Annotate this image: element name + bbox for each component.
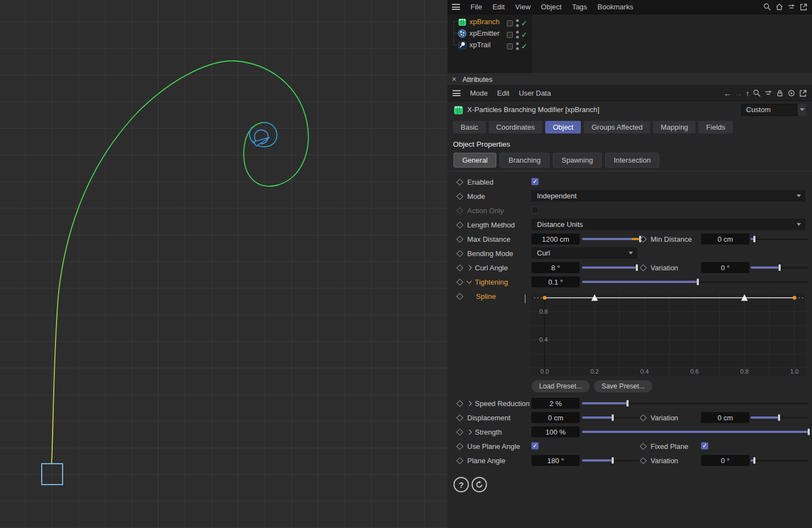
spline-endpoint[interactable] [793,296,797,300]
back-arrow-icon[interactable]: ← [724,90,731,97]
chevron-right-icon[interactable] [467,265,472,270]
min-distance-input[interactable]: 0 cm [701,234,749,244]
object-row-xptrail[interactable]: xpTrail ✓ [447,39,531,51]
chevron-right-icon[interactable] [525,294,525,303]
chevron-down-icon[interactable] [798,104,806,116]
subtab-spawning[interactable]: Spawning [553,153,602,168]
filter-icon[interactable] [764,89,772,97]
visibility-dots-icon[interactable] [516,42,519,50]
close-icon[interactable]: × [452,75,456,83]
load-preset-button[interactable]: Load Preset... [531,380,590,392]
curl-angle-slider[interactable] [582,260,645,275]
chevron-right-icon[interactable] [467,429,472,435]
plane-angle-input[interactable]: 180 ° [531,455,580,466]
displacement-slider[interactable] [582,410,645,425]
menu-edit[interactable]: Edit [492,3,505,11]
menu-bookmarks[interactable]: Bookmarks [597,3,633,11]
attr-menu-mode[interactable]: Mode [470,89,488,97]
forward-arrow-icon[interactable]: → [735,90,742,97]
spline-endpoint[interactable] [543,296,547,300]
tightening-slider[interactable] [582,275,809,289]
search-icon[interactable] [763,3,771,11]
object-name[interactable]: xpEmitter [469,29,500,37]
help-icon[interactable]: ? [453,477,469,492]
svg-text:1.0: 1.0 [790,368,798,375]
bending-mode-dropdown[interactable]: Curl [531,247,637,259]
subtab-intersection[interactable]: Intersection [605,153,659,168]
edit-toggle-icon[interactable] [507,43,513,49]
preset-dropdown[interactable]: Custom [741,104,806,116]
filter-icon[interactable] [787,3,796,11]
tab-object[interactable]: Object [545,121,581,134]
plane-angle-slider[interactable] [582,453,645,468]
object-name[interactable]: xpTrail [469,41,491,49]
up-arrow-icon[interactable]: ↑ [746,90,749,97]
enabled-check-icon[interactable]: ✓ [521,31,528,38]
action-only-checkbox[interactable] [531,207,539,214]
enabled-check-icon[interactable]: ✓ [521,42,528,50]
menu-file[interactable]: File [471,3,482,11]
track-target-icon[interactable] [787,89,796,97]
fixed-plane-checkbox[interactable]: ✓ [701,442,708,449]
enabled-checkbox[interactable]: ✓ [531,178,539,185]
edit-toggle-icon[interactable] [507,32,513,38]
menu-view[interactable]: View [515,3,530,11]
use-plane-angle-checkbox[interactable]: ✓ [531,442,539,449]
speed-reduction-slider[interactable] [582,396,809,410]
tightening-input[interactable]: 0.1 ° [531,276,580,287]
menu-object[interactable]: Object [541,3,562,11]
object-row-xpemitter[interactable]: xpEmitter ✓ [447,27,531,39]
strength-input[interactable]: 100 % [531,426,580,437]
chevron-down-icon[interactable] [467,279,472,284]
chevron-right-icon[interactable] [467,401,472,406]
max-distance-slider[interactable] [582,232,645,246]
min-distance-slider[interactable] [751,232,809,246]
svg-text:0.0: 0.0 [540,368,548,375]
displacement-input[interactable]: 0 cm [531,412,580,423]
save-preset-button[interactable]: Save Preset... [594,380,653,392]
param-row-bending-mode: Bending Mode Curl [447,246,812,260]
tab-fields[interactable]: Fields [698,121,733,134]
attr-menu-edit[interactable]: Edit [497,89,509,97]
strength-slider[interactable] [582,425,809,439]
enabled-check-icon[interactable]: ✓ [521,19,528,27]
curl-variation-input[interactable]: 0 ° [701,262,749,273]
lock-icon[interactable] [776,89,784,97]
right-panel: File Edit View Object Tags Bookmarks x [447,0,812,528]
search-icon[interactable] [753,89,761,97]
speed-reduction-input[interactable]: 2 % [531,398,580,409]
menu-tags[interactable]: Tags [572,3,587,11]
emitter-square[interactable] [42,464,63,485]
length-method-dropdown[interactable]: Distance Units [531,219,805,230]
plane-variation-input[interactable]: 0 ° [701,455,749,466]
new-window-icon[interactable] [799,89,807,97]
reset-icon[interactable] [472,477,487,492]
displacement-variation-input[interactable]: 0 cm [701,412,749,423]
subtab-branching[interactable]: Branching [500,153,550,168]
tab-mapping[interactable]: Mapping [653,121,696,134]
object-row-xpbranch[interactable]: xpBranch ✓ [447,16,531,27]
viewport[interactable] [0,0,447,528]
home-icon[interactable] [775,3,783,11]
attr-menu-userdata[interactable]: User Data [519,89,551,97]
subtab-general[interactable]: General [453,153,496,168]
plane-variation-slider[interactable] [751,453,809,468]
hamburger-menu-icon[interactable] [452,4,460,10]
displacement-variation-slider[interactable] [751,410,809,425]
edit-toggle-icon[interactable] [507,20,513,26]
curl-variation-slider[interactable] [751,260,809,275]
hamburger-menu-icon[interactable] [452,90,461,96]
max-distance-input[interactable]: 1200 cm [531,234,580,244]
curl-angle-input[interactable]: 8 ° [531,262,580,273]
tab-groups-affected[interactable]: Groups Affected [584,121,650,134]
visibility-dots-icon[interactable] [516,19,519,27]
preset-dropdown-value[interactable]: Custom [741,104,797,116]
tab-basic[interactable]: Basic [453,121,486,134]
diamond-icon [456,193,463,200]
new-window-icon[interactable] [799,3,808,11]
mode-dropdown[interactable]: Independent [531,190,805,202]
spline-graph[interactable]: 0.8 0.4 0.0 0.2 0.4 0.6 0.8 1.0 [531,293,805,376]
visibility-dots-icon[interactable] [516,31,519,38]
tab-coordinates[interactable]: Coordinates [489,121,542,134]
object-name[interactable]: xpBranch [469,18,500,26]
